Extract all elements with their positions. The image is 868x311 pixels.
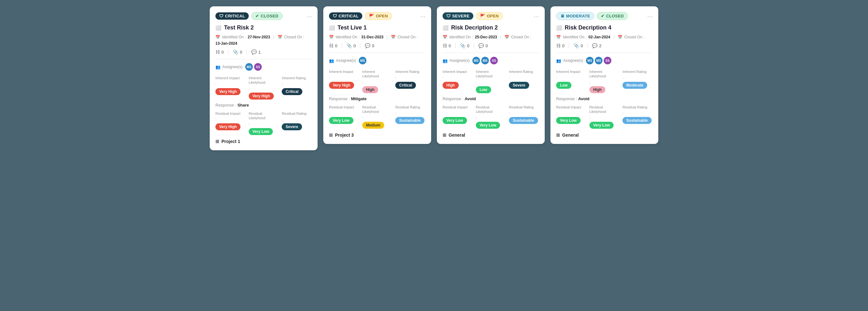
stat-icon-paperclip: 📎	[233, 49, 238, 55]
severity-badge-icon: 🖥	[560, 14, 564, 19]
closed-on-label: Closed On :	[284, 35, 304, 39]
residual-rating-colon: :	[395, 111, 426, 115]
title-text: Test Risk 2	[224, 25, 254, 31]
dates-row: 📅 Identified On : 27-Nov-2023 | 📅 Closed…	[215, 35, 312, 46]
residual-rating-col: Residual Rating : Sustainable	[395, 105, 426, 129]
severity-badge-icon: 🛡	[219, 14, 223, 19]
stats-row: ⛓ 0 📎 0 💬 2	[556, 43, 653, 48]
status-badge-icon: ✔	[601, 14, 604, 19]
inherent-likelyhood-col: Inherent Likelyhood : Low	[476, 69, 506, 93]
inherent-impact-colon: :	[556, 75, 586, 80]
project-row: ⊞ Project 1	[215, 139, 312, 144]
residual-likelyhood-colon: :	[476, 115, 506, 120]
identified-on-label: Identified On :	[563, 35, 587, 39]
residual-impact-colon: :	[556, 111, 586, 115]
inherent-impact-label: Inherent Impact	[556, 69, 586, 74]
response-row: Response : Avoid	[442, 96, 539, 101]
calendar-icon-1: 📅	[215, 35, 220, 39]
severity-badge: 🛡 CRITICAL	[215, 12, 249, 20]
dates-divider: |	[613, 35, 614, 39]
residual-likelyhood-colon: :	[249, 122, 279, 126]
avatar-ms2: MS	[480, 56, 490, 65]
divider-1	[556, 53, 653, 53]
stat-item-2: 💬 0	[360, 43, 378, 48]
menu-dots[interactable]: ···	[534, 13, 539, 19]
residual-likelyhood-col: Residual Likelyhood : Medium	[362, 105, 393, 129]
project-icon: ⊞	[329, 133, 333, 138]
inherent-likelyhood-colon: :	[249, 87, 279, 91]
stat-item-2: 💬 1	[247, 49, 265, 55]
stat-icon-comment: 💬	[365, 43, 370, 48]
inherent-likelyhood-badge: Very High	[249, 93, 274, 100]
residual-rating-col: Residual Rating : Sustainable	[622, 105, 653, 129]
dates-row: 📅 Identified On : 25-Dec-2023 | 📅 Closed…	[442, 35, 539, 39]
severity-badge: 🛡 SEVERE	[442, 12, 473, 20]
inherent-likelyhood-badge: High	[589, 86, 606, 93]
residual-likelyhood-col: Residual Likelyhood : Very Low	[476, 105, 506, 129]
response-value: Mitigate	[351, 96, 366, 101]
menu-dots[interactable]: ···	[647, 13, 653, 19]
residual-grid: Residual Impact : Very Low Residual Like…	[556, 105, 653, 129]
stat-value-0: 0	[335, 43, 337, 48]
stat-value-1: 0	[353, 43, 355, 48]
stats-row: ⛓ 0 📎 0 💬 0	[329, 43, 426, 48]
avatar-ms: MS	[358, 56, 367, 65]
stat-item-0: ⛓ 0	[215, 49, 228, 55]
residual-grid: Residual Impact : Very High Residual Lik…	[215, 111, 312, 135]
residual-likelyhood-label: Residual Likelyhood	[476, 105, 506, 114]
inherent-rating-badge: Moderate	[622, 82, 647, 89]
dates-divider: |	[273, 35, 274, 39]
inherent-rating-col: Inherent Rating : Moderate	[622, 69, 653, 93]
inherent-grid: Inherent Impact : Very High Inherent Lik…	[329, 69, 426, 93]
avatar-ss: SS	[603, 56, 612, 65]
title-text: Risk Decription 4	[565, 25, 611, 31]
inherent-rating-label: Inherent Rating	[509, 69, 539, 74]
inherent-impact-badge: Very High	[329, 82, 354, 89]
residual-rating-badge: Severe	[282, 123, 302, 130]
menu-dots[interactable]: ···	[420, 13, 426, 19]
stat-value-0: 0	[448, 43, 451, 48]
status-badge: 🚩 OPEN	[476, 12, 503, 20]
menu-dots[interactable]: ···	[307, 13, 312, 19]
residual-impact-label: Residual Impact	[215, 111, 246, 116]
residual-likelyhood-col: Residual Likelyhood : Very Low	[249, 111, 279, 135]
inherent-likelyhood-col: Inherent Likelyhood : Very High	[249, 76, 279, 100]
stat-icon-link: ⛓	[215, 49, 220, 55]
inherent-rating-label: Inherent Rating	[622, 69, 653, 74]
response-label: Response :	[215, 103, 236, 107]
inherent-rating-colon: :	[509, 75, 539, 80]
residual-impact-colon: :	[329, 111, 359, 115]
stat-item-2: 💬 2	[587, 43, 606, 48]
risk-card-3: 🛡 SEVERE 🚩 OPEN ··· ⬜ Risk Decription 2 …	[437, 6, 545, 144]
residual-impact-colon: :	[442, 111, 473, 115]
inherent-impact-colon: :	[442, 75, 473, 80]
stat-icon-paperclip: 📎	[574, 43, 579, 48]
stat-item-0: ⛓ 0	[329, 43, 342, 48]
assignees-people-icon: 👥	[442, 58, 447, 63]
stat-item-1: 📎 0	[228, 49, 247, 55]
inherent-rating-col: Inherent Rating : Severe	[509, 69, 539, 93]
inherent-likelyhood-colon: :	[362, 80, 393, 84]
inherent-impact-label: Inherent Impact	[215, 76, 246, 80]
avatar-ms: MS	[585, 56, 594, 65]
risk-card-2: 🛡 CRITICAL 🚩 OPEN ··· ⬜ Test Live 1 📅 Id…	[323, 6, 431, 144]
residual-likelyhood-badge: Very Low	[476, 122, 500, 129]
residual-grid: Residual Impact : Very Low Residual Like…	[442, 105, 539, 129]
residual-impact-col: Residual Impact : Very Low	[442, 105, 473, 129]
severity-badge: 🖥 MODERATE	[556, 12, 594, 20]
assignees-label: Assignee(s) :	[336, 58, 358, 63]
residual-impact-col: Residual Impact : Very High	[215, 111, 246, 135]
stat-icon-comment: 💬	[478, 43, 484, 48]
residual-rating-label: Residual Rating	[509, 105, 539, 109]
risk-card-4: 🖥 MODERATE ✔ CLOSED ··· ⬜ Risk Decriptio…	[551, 6, 658, 144]
residual-rating-col: Residual Rating : Sustainable	[509, 105, 539, 129]
inherent-impact-label: Inherent Impact	[442, 69, 473, 74]
calendar-icon-1: 📅	[329, 35, 334, 39]
divider-1	[329, 53, 426, 53]
project-row: ⊞ General	[556, 133, 653, 138]
calendar-icon-1: 📅	[556, 35, 561, 39]
inherent-likelyhood-colon: :	[476, 80, 506, 84]
residual-rating-colon: :	[509, 111, 539, 115]
residual-rating-col: Residual Rating : Severe	[282, 111, 312, 135]
stat-value-0: 0	[562, 43, 564, 48]
